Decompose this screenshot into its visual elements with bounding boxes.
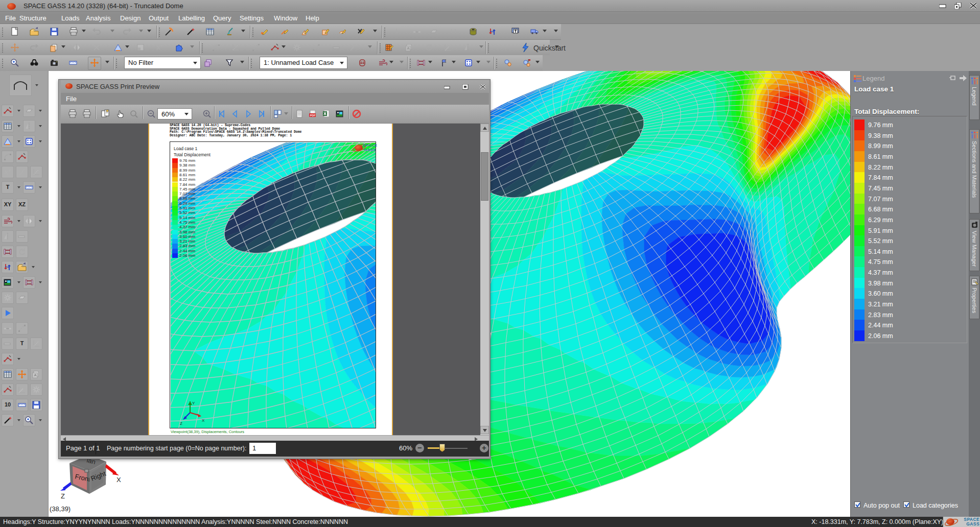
- svg-text:Y: Y: [192, 401, 195, 405]
- svg-text:Z: Z: [180, 421, 182, 426]
- svg-text:PDF: PDF: [310, 114, 316, 117]
- svg-text:X: X: [202, 418, 205, 423]
